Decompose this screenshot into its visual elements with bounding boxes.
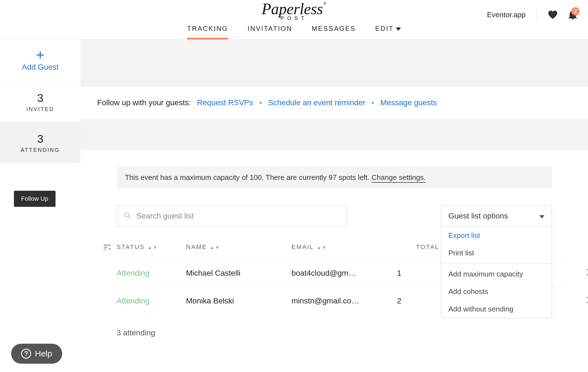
sidebar-item-attending[interactable]: 3 ATTENDING (0, 122, 81, 163)
add-guest-label: Add Guest (3, 63, 78, 72)
header-right: Eventor.app 2 (487, 0, 577, 29)
tab-edit-label: EDIT (375, 25, 394, 32)
followup-bar: Follow up with your guests: Request RSVP… (81, 87, 588, 119)
attending-summary: 3 attending (117, 328, 552, 337)
chevron-right-icon[interactable] (586, 268, 588, 278)
menu-add-without-sending[interactable]: Add without sending (441, 300, 552, 318)
capacity-text: This event has a maximum capacity of 100… (125, 173, 371, 182)
main-panel: Follow up with your guests: Request RSVP… (81, 39, 588, 350)
schedule-reminder-link[interactable]: Schedule an event reminder (268, 98, 365, 107)
notifications-button[interactable]: 2 (569, 10, 577, 19)
content-card: This event has a maximum capacity of 100… (81, 150, 588, 372)
attending-count: 3 (3, 133, 78, 145)
invited-label: INVITED (3, 106, 78, 112)
search-input[interactable] (136, 212, 340, 220)
plus-icon: + (3, 50, 78, 60)
follow-up-button[interactable]: Follow Up (14, 191, 56, 207)
request-rsvps-link[interactable]: Request RSVPs (197, 98, 253, 107)
svg-line-1 (129, 217, 131, 219)
sort-column-icon[interactable] (97, 243, 117, 251)
app-name-link[interactable]: Eventor.app (487, 11, 526, 19)
attending-label: ATTENDING (3, 147, 78, 153)
question-icon: ? (21, 349, 31, 359)
body: + Add Guest 3 INVITED 3 ATTENDING Follow… (0, 39, 588, 350)
menu-add-capacity[interactable]: Add maximum capacity (441, 265, 552, 283)
sidebar-item-invited[interactable]: 3 INVITED (0, 81, 81, 122)
add-guest-button[interactable]: + Add Guest (0, 39, 81, 81)
caret-down-icon (396, 25, 401, 32)
row-email: minstn@gmail.co… (292, 296, 397, 305)
controls-row: Guest list options Export list Print lis… (117, 205, 552, 227)
menu-divider (441, 263, 552, 264)
tab-tracking[interactable]: TRACKING (187, 25, 228, 39)
followup-prompt: Follow up with your guests: (97, 98, 191, 107)
col-email-header[interactable]: EMAIL▲▼ (292, 243, 397, 251)
row-status: Attending (117, 296, 186, 305)
divider (537, 9, 537, 20)
search-icon (124, 212, 131, 220)
heart-icon[interactable] (548, 11, 557, 19)
capacity-banner: This event has a maximum capacity of 100… (117, 167, 552, 188)
menu-print-list[interactable]: Print list (441, 244, 552, 262)
guest-list-options-button[interactable]: Guest list options (441, 205, 552, 227)
guest-list-options-menu: Export list Print list Add maximum capac… (441, 227, 552, 318)
tab-invitation[interactable]: INVITATION (248, 25, 292, 39)
col-name-header[interactable]: NAME▲▼ (186, 243, 292, 251)
chevron-right-icon[interactable] (586, 296, 588, 305)
registered-icon: ® (323, 1, 326, 6)
tab-edit[interactable]: EDIT (375, 25, 401, 39)
col-status-header[interactable]: STATUS▲▼ (117, 243, 186, 251)
sidebar: + Add Guest 3 INVITED 3 ATTENDING Follow… (0, 39, 81, 350)
logo-wordmark: Paperless® (262, 1, 326, 17)
row-name: Monika Belski (186, 296, 292, 305)
menu-add-cohosts[interactable]: Add cohosts (441, 283, 552, 300)
guest-list-options: Guest list options Export list Print lis… (441, 205, 552, 227)
app-header: Paperless® POST Eventor.app 2 TRACKING I… (0, 0, 588, 39)
change-settings-link[interactable]: Change settings. (371, 173, 426, 183)
guest-list-options-label: Guest list options (448, 212, 508, 220)
sort-icon: ▲▼ (210, 245, 220, 250)
sort-icon: ▲▼ (148, 245, 158, 250)
brand-logo[interactable]: Paperless® POST (262, 1, 326, 21)
row-name: Michael Castelli (186, 269, 292, 278)
header-top: Paperless® POST Eventor.app 2 (0, 0, 588, 22)
svg-point-0 (125, 213, 129, 217)
invited-count: 3 (3, 92, 78, 104)
row-status: Attending (117, 269, 186, 278)
sort-icon: ▲▼ (317, 245, 327, 250)
search-box[interactable] (117, 205, 347, 227)
help-button[interactable]: ? Help (11, 344, 62, 364)
row-email: boat4cloud@gm… (292, 269, 397, 278)
separator-dot: • (371, 98, 374, 107)
notification-badge: 2 (571, 7, 580, 16)
help-label: Help (35, 349, 52, 358)
tab-messages[interactable]: MESSAGES (312, 25, 356, 39)
separator-dot: • (259, 98, 262, 107)
menu-export-list[interactable]: Export list (441, 227, 552, 244)
message-guests-link[interactable]: Message guests (380, 98, 437, 107)
caret-down-icon (539, 212, 544, 220)
logo-script: Paperless (262, 0, 323, 17)
